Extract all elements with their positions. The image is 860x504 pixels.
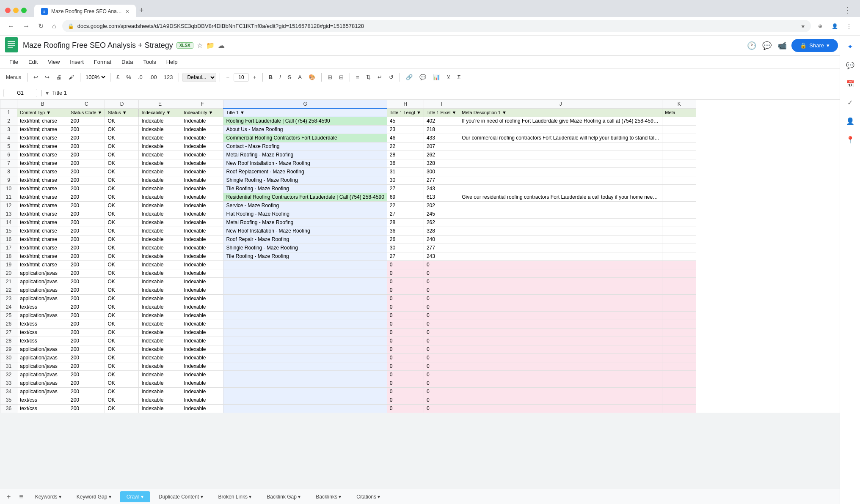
- tab-close-icon[interactable]: ×: [126, 8, 129, 15]
- cell-i-36[interactable]: 0: [424, 404, 459, 413]
- table-row[interactable]: 36text/css200OKIndexableIndexable00: [0, 404, 696, 413]
- cell-f-34[interactable]: Indexable: [181, 387, 223, 396]
- cell-e-13[interactable]: Indexable: [139, 210, 181, 218]
- table-row[interactable]: 24text/css200OKIndexableIndexable00: [0, 303, 696, 311]
- table-row[interactable]: 13text/html; charse200OKIndexableIndexab…: [0, 210, 696, 218]
- cell-k-2[interactable]: [662, 117, 696, 125]
- cell-i-30[interactable]: 0: [424, 353, 459, 362]
- cell-g-21[interactable]: [223, 277, 387, 286]
- cell-k-12[interactable]: [662, 201, 696, 210]
- expand-formula-icon[interactable]: ▾: [46, 90, 49, 96]
- table-row[interactable]: 6text/html; charse200OKIndexableIndexabl…: [0, 151, 696, 159]
- cell-b-6[interactable]: text/html; charse: [17, 151, 68, 159]
- cell-i-28[interactable]: 0: [424, 337, 459, 345]
- cell-h-14[interactable]: 28: [387, 218, 424, 227]
- cell-k-19[interactable]: [662, 260, 696, 269]
- cell-d-5[interactable]: OK: [105, 142, 139, 151]
- table-row[interactable]: 20application/javas200OKIndexableIndexab…: [0, 269, 696, 277]
- cell-k-26[interactable]: [662, 320, 696, 328]
- cell-d-14[interactable]: OK: [105, 218, 139, 227]
- cell-f-12[interactable]: Indexable: [181, 201, 223, 210]
- cell-k-30[interactable]: [662, 353, 696, 362]
- cell-c-14[interactable]: 200: [68, 218, 105, 227]
- table-row[interactable]: 31application/javas200OKIndexableIndexab…: [0, 362, 696, 370]
- table-row[interactable]: 5text/html; charse200OKIndexableIndexabl…: [0, 142, 696, 151]
- cell-e-8[interactable]: Indexable: [139, 167, 181, 176]
- cell-k-21[interactable]: [662, 277, 696, 286]
- cell-d-23[interactable]: OK: [105, 294, 139, 303]
- cell-c-17[interactable]: 200: [68, 244, 105, 252]
- cell-d-3[interactable]: OK: [105, 125, 139, 134]
- borders-button[interactable]: ⊞: [325, 72, 335, 82]
- new-tab-button[interactable]: +: [136, 3, 147, 18]
- table-row[interactable]: 7text/html; charse200OKIndexableIndexabl…: [0, 159, 696, 167]
- cell-j-18[interactable]: [459, 252, 662, 260]
- cell-j-17[interactable]: [459, 244, 662, 252]
- cell-k-14[interactable]: [662, 218, 696, 227]
- cell-f-19[interactable]: Indexable: [181, 260, 223, 269]
- text-color-button[interactable]: A: [295, 72, 304, 82]
- cell-i-29[interactable]: 0: [424, 345, 459, 353]
- cell-c-15[interactable]: 200: [68, 227, 105, 235]
- cell-k-24[interactable]: [662, 303, 696, 311]
- cell-i-6[interactable]: 262: [424, 151, 459, 159]
- cell-e-15[interactable]: Indexable: [139, 227, 181, 235]
- cell-f-27[interactable]: Indexable: [181, 328, 223, 337]
- cell-e-28[interactable]: Indexable: [139, 337, 181, 345]
- star-icon[interactable]: ☆: [197, 41, 203, 49]
- cell-c-10[interactable]: 200: [68, 184, 105, 193]
- cell-g-3[interactable]: About Us - Maze Roofing: [223, 125, 387, 134]
- cell-d-2[interactable]: OK: [105, 117, 139, 125]
- cell-f-35[interactable]: Indexable: [181, 396, 223, 404]
- table-row[interactable]: 35text/css200OKIndexableIndexable00: [0, 396, 696, 404]
- cell-g-13[interactable]: Flat Roofing - Maze Roofing: [223, 210, 387, 218]
- cell-f-30[interactable]: Indexable: [181, 353, 223, 362]
- undo-button[interactable]: ↩: [31, 72, 41, 82]
- cell-j-13[interactable]: [459, 210, 662, 218]
- cell-c-23[interactable]: 200: [68, 294, 105, 303]
- cell-b-13[interactable]: text/html; charse: [17, 210, 68, 218]
- cell-j-4[interactable]: Our commercial roofing contractors Fort …: [459, 134, 662, 142]
- cell-g-2[interactable]: Roofing Fort Lauderdale | Call (754) 258…: [223, 117, 387, 125]
- cell-f-23[interactable]: Indexable: [181, 294, 223, 303]
- header-title1[interactable]: Title 1 ▼: [223, 108, 387, 117]
- cell-j-31[interactable]: [459, 362, 662, 370]
- cell-h-27[interactable]: 0: [387, 328, 424, 337]
- cell-g-29[interactable]: [223, 345, 387, 353]
- cell-j-30[interactable]: [459, 353, 662, 362]
- valign-button[interactable]: ⇅: [364, 72, 373, 82]
- sidebar-calendar-icon[interactable]: 📅: [843, 76, 858, 91]
- cell-j-34[interactable]: [459, 387, 662, 396]
- cell-i-31[interactable]: 0: [424, 362, 459, 370]
- cell-j-28[interactable]: [459, 337, 662, 345]
- table-row[interactable]: 8text/html; charse200OKIndexableIndexabl…: [0, 167, 696, 176]
- cell-d-34[interactable]: OK: [105, 387, 139, 396]
- cell-d-19[interactable]: OK: [105, 260, 139, 269]
- cell-i-22[interactable]: 0: [424, 286, 459, 294]
- cell-f-7[interactable]: Indexable: [181, 159, 223, 167]
- menus-toggle[interactable]: Menus: [3, 73, 24, 82]
- cell-i-3[interactable]: 218: [424, 125, 459, 134]
- cell-e-36[interactable]: Indexable: [139, 404, 181, 413]
- cell-c-8[interactable]: 200: [68, 167, 105, 176]
- table-row[interactable]: 18text/html; charse200OKIndexableIndexab…: [0, 252, 696, 260]
- header-meta[interactable]: Meta: [662, 108, 696, 117]
- cell-e-3[interactable]: Indexable: [139, 125, 181, 134]
- cell-d-8[interactable]: OK: [105, 167, 139, 176]
- minimize-button[interactable]: [13, 8, 19, 13]
- cell-e-20[interactable]: Indexable: [139, 269, 181, 277]
- col-header-f[interactable]: F: [181, 100, 223, 109]
- menu-insert[interactable]: Insert: [66, 57, 88, 67]
- cell-g-25[interactable]: [223, 311, 387, 320]
- table-row[interactable]: 4text/html; charse200OKIndexableIndexabl…: [0, 134, 696, 142]
- cell-c-31[interactable]: 200: [68, 362, 105, 370]
- cell-j-2[interactable]: If you're in need of roofing Fort Lauder…: [459, 117, 662, 125]
- cell-b-25[interactable]: application/javas: [17, 311, 68, 320]
- doc-title[interactable]: Maze Roofing Free SEO Analysis + Strateg…: [23, 41, 173, 50]
- cell-b-18[interactable]: text/html; charse: [17, 252, 68, 260]
- cell-b-4[interactable]: text/html; charse: [17, 134, 68, 142]
- cell-g-17[interactable]: Shingle Roofing - Maze Roofing: [223, 244, 387, 252]
- cell-c-2[interactable]: 200: [68, 117, 105, 125]
- cell-c-13[interactable]: 200: [68, 210, 105, 218]
- cell-h-4[interactable]: 46: [387, 134, 424, 142]
